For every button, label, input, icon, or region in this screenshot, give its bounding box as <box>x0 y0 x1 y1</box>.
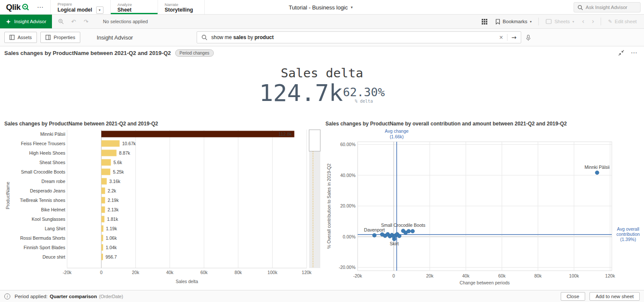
bar[interactable] <box>101 159 111 166</box>
scatter-point[interactable] <box>373 233 377 237</box>
tab-narrate[interactable]: Narrate Storytelling <box>158 0 205 14</box>
logical-model-dropdown[interactable]: ▾ <box>96 6 103 14</box>
edit-sheet-label: Edit sheet <box>615 19 637 24</box>
ref-line-label: contribution <box>617 232 640 237</box>
x-tick-label: 60k <box>498 273 506 278</box>
bar[interactable] <box>101 197 105 204</box>
period-applied-field: (OrderDate) <box>99 294 123 299</box>
selections-search-icon[interactable] <box>55 18 67 24</box>
assets-button[interactable]: Assets <box>4 32 37 43</box>
bookmarks-button[interactable]: Bookmarks ▾ <box>492 19 535 24</box>
category-label[interactable]: TieBreak Tennis shoes <box>20 198 65 203</box>
x-axis-title: Change between periods <box>460 280 510 285</box>
scatter-point[interactable] <box>411 229 415 233</box>
qlik-logo[interactable]: Qlik <box>0 0 33 14</box>
insight-title: Sales changes by ProductName between 202… <box>4 50 171 56</box>
tab-narrate-label: Storytelling <box>165 7 197 13</box>
x-tick-label: -20k <box>63 270 72 275</box>
sheets-button[interactable]: Sheets ▾ <box>543 19 577 24</box>
properties-label: Properties <box>54 35 75 40</box>
mode-tabs: Prepare Logical model ▾ Analyze Sheet Na… <box>50 0 205 14</box>
app-title-text: Tutorial - Business logic <box>289 4 348 11</box>
period-applied-value: Quarter comparison <box>50 294 97 299</box>
clear-search-icon[interactable]: × <box>499 34 503 40</box>
scatter-point[interactable] <box>398 234 401 238</box>
step-back-icon[interactable]: ↶ <box>68 18 79 25</box>
category-label[interactable]: Minnki Pälsii <box>40 131 65 137</box>
y-axis-title: % Overall contribution to Sales in 2019-… <box>326 164 331 249</box>
value-label: 8.87k <box>119 150 130 156</box>
value-label: 2.2k <box>108 188 117 193</box>
category-label[interactable]: Desperado Jeans <box>30 188 65 193</box>
tab-analyze[interactable]: Analyze Sheet <box>110 0 158 14</box>
previous-sheet-button[interactable]: ‹ <box>579 18 587 25</box>
global-menu-button[interactable]: ⋯ <box>33 0 48 14</box>
footer-bar: i Period applied: Quarter comparison (Or… <box>0 290 644 302</box>
global-search[interactable] <box>574 2 641 12</box>
bar-chart[interactable]: Sales changes by ProductName between 202… <box>3 119 321 288</box>
x-tick-label: 120k <box>302 270 312 275</box>
x-tick-label: 0 <box>392 273 395 278</box>
category-label[interactable]: Small Crocodile Boots <box>21 169 65 174</box>
value-label: 1.81k <box>107 217 118 222</box>
value-label: 956.7 <box>106 254 117 259</box>
qlik-q-icon <box>22 3 29 11</box>
category-label[interactable]: Bike Helmet <box>41 207 65 212</box>
category-label[interactable]: Sheat Shoes <box>39 160 65 165</box>
bar[interactable] <box>101 226 103 232</box>
search-query-text[interactable]: show me sales by product <box>211 34 273 40</box>
app-title[interactable]: Tutorial - Business logic ▾ <box>289 0 352 15</box>
category-label[interactable]: Rossi Bermuda Shorts <box>20 235 65 241</box>
chart-scrollbar-thumb[interactable] <box>309 130 320 151</box>
bar[interactable] <box>101 131 295 137</box>
point-label: Minnki Pälsii <box>585 165 610 170</box>
category-label[interactable]: Dream robe <box>42 179 66 184</box>
scatter-point[interactable] <box>407 229 410 233</box>
properties-button[interactable]: Properties <box>40 32 80 43</box>
bar[interactable] <box>101 207 105 213</box>
category-label[interactable]: Feiss Fleece Trousers <box>21 141 65 146</box>
bar[interactable] <box>101 188 105 194</box>
card-menu-button[interactable]: ⋯ <box>631 49 637 57</box>
x-tick-label: 0 <box>100 270 103 275</box>
category-label[interactable]: Lang Shirt <box>45 226 65 231</box>
bar[interactable] <box>101 178 107 185</box>
bar[interactable] <box>101 169 110 175</box>
submit-search-icon[interactable]: → <box>511 34 516 41</box>
collapse-icon[interactable] <box>618 50 624 56</box>
add-to-new-sheet-button[interactable]: Add to new sheet <box>589 292 640 301</box>
category-label[interactable]: High Heels Shoes <box>29 150 65 156</box>
edit-pencil-icon: ✎ <box>608 18 612 24</box>
period-changes-badge: Period changes <box>175 49 214 57</box>
step-forward-icon[interactable]: ↷ <box>80 18 92 25</box>
category-label[interactable]: Kool Sunglasses <box>32 217 65 222</box>
next-sheet-button[interactable]: › <box>589 18 597 25</box>
microphone-icon[interactable] <box>526 34 531 41</box>
x-tick-label: 60k <box>200 270 208 275</box>
scatter-chart[interactable]: Sales changes by ProductName by overall … <box>325 119 642 288</box>
qlik-logo-text: Qlik <box>6 3 21 12</box>
scatter-point[interactable] <box>595 171 599 174</box>
info-icon: i <box>4 293 10 299</box>
divider <box>601 18 601 25</box>
insight-advisor-button[interactable]: Insight Advisor <box>0 15 52 28</box>
bar[interactable] <box>101 150 116 156</box>
x-tick-label: -20k <box>353 273 362 278</box>
kpi-visualization[interactable]: Sales delta 124.7k 62.30% % delta <box>0 65 644 105</box>
bar[interactable] <box>101 235 103 241</box>
tab-prepare[interactable]: Prepare Logical model ▾ <box>50 0 110 14</box>
category-label[interactable]: Finnish Sport Blades <box>24 245 65 250</box>
value-label: 5.25k <box>113 169 124 174</box>
bookmark-icon <box>495 19 500 24</box>
x-tick-label: 40k <box>166 270 174 275</box>
bar[interactable] <box>101 244 103 251</box>
insight-search-box[interactable]: show me sales by product × → <box>197 31 521 43</box>
bar[interactable] <box>101 254 103 260</box>
bar[interactable] <box>101 216 104 223</box>
sheet-grid-icon[interactable] <box>479 19 490 24</box>
category-label[interactable]: Deuce shirt <box>43 254 65 259</box>
close-button[interactable]: Close <box>561 292 585 301</box>
global-search-input[interactable] <box>586 5 634 10</box>
bar[interactable] <box>101 140 120 147</box>
edit-sheet-button[interactable]: ✎ Edit sheet <box>605 18 640 24</box>
